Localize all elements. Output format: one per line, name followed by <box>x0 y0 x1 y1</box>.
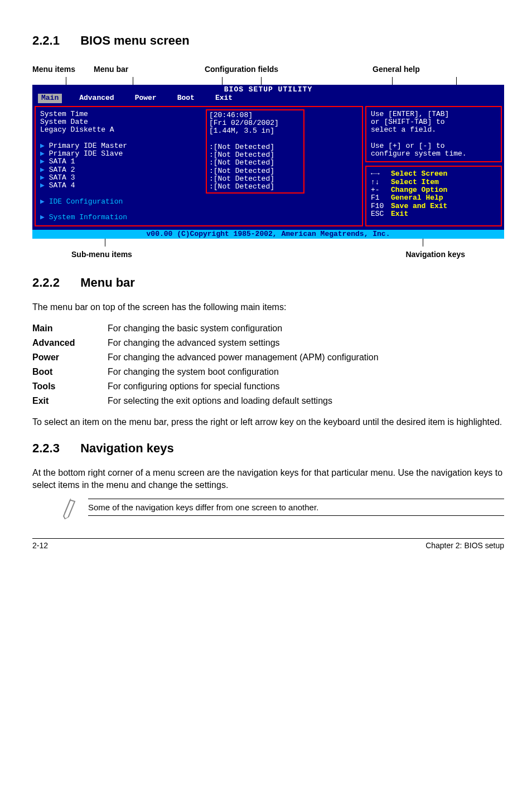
page-footer: 2-12 Chapter 2: BIOS setup <box>32 538 504 550</box>
p-223: At the bottom right corner of a menu scr… <box>32 467 504 491</box>
val-ide-master: :[Not Detected] <box>209 143 301 151</box>
submenu-arrow-icon: ▶ <box>40 142 49 150</box>
val-date: [Fri 02/08/2002] <box>209 119 301 127</box>
item-system-time[interactable]: System Time <box>40 110 357 118</box>
navdesc-change-option: Change Option <box>391 186 447 194</box>
pencil-icon <box>56 495 82 519</box>
annotation-ticks <box>32 77 504 85</box>
desc-main-k: Main <box>32 321 108 336</box>
chapter-title: Chapter 2: BIOS setup <box>425 541 504 550</box>
label-config-fields: Configuration fields <box>161 65 322 74</box>
note-block: Some of the navigation keys differ from … <box>59 499 504 516</box>
desc-exit-k: Exit <box>32 394 108 408</box>
item-system-info[interactable]: System Information <box>49 213 127 221</box>
item-system-date[interactable]: System Date <box>40 118 357 126</box>
bios-tab-power[interactable]: Power <box>132 94 160 103</box>
navdesc-general-help: General Help <box>391 194 443 202</box>
navdesc-select-item: Select Item <box>391 178 439 186</box>
help-line: Use [ENTER], [TAB] <box>371 110 496 118</box>
p-222-intro: The menu bar on top of the screen has th… <box>32 301 504 313</box>
val-time: [20:46:08] <box>209 112 301 119</box>
submenu-arrow-icon: ▶ <box>40 157 49 166</box>
desc-tools-v: For configuring options for special func… <box>108 379 379 394</box>
bios-copyright: v00.00 (C)Copyright 1985-2002, American … <box>32 230 504 239</box>
help-line: configure system time. <box>371 150 496 158</box>
p-222-outro: To select an item on the menu bar, press… <box>32 416 504 428</box>
heading-222-num: 2.2.2 <box>32 276 77 290</box>
desc-advanced-k: Advanced <box>32 336 108 350</box>
bios-menu-items-panel: System Time System Date Legacy Diskette … <box>35 106 363 226</box>
navdesc-exit: Exit <box>391 210 408 218</box>
heading-223-title: Navigation keys <box>80 441 174 455</box>
navdesc-save-exit: Save and Exit <box>391 202 447 210</box>
submenu-arrow-icon: ▶ <box>40 213 49 221</box>
note-text: Some of the navigation keys differ from … <box>88 499 504 516</box>
label-menu-bar: Menu bar <box>94 65 161 74</box>
desc-power-v: For changing the advanced power manageme… <box>108 350 379 365</box>
navkey-plusminus: +- <box>371 186 391 194</box>
desc-boot-v: For changing the system boot configurati… <box>108 365 379 379</box>
bios-tab-boot[interactable]: Boot <box>174 94 198 103</box>
bios-tab-exit[interactable]: Exit <box>212 94 236 103</box>
item-sata4[interactable]: SATA 4 <box>49 181 75 190</box>
navkey-lr: ←→ <box>371 170 391 178</box>
desc-advanced-v: For changing the advanced system setting… <box>108 336 379 350</box>
submenu-arrow-icon: ▶ <box>40 173 49 182</box>
page-number: 2-12 <box>32 541 48 550</box>
navkey-ud: ↑↓ <box>371 178 391 186</box>
desc-exit-v: For selecting the exit options and loadi… <box>108 394 379 408</box>
val-sata4: :[Not Detected] <box>209 183 301 191</box>
item-sata2[interactable]: SATA 2 <box>49 166 75 174</box>
menu-descriptions-table: MainFor changing the basic system config… <box>32 321 379 408</box>
item-primary-ide-master[interactable]: Primary IDE Master <box>49 142 127 150</box>
bios-screenshot: BIOS SETUP UTILITY Main Advanced Power B… <box>32 85 504 239</box>
val-sata2: :[Not Detected] <box>209 167 301 175</box>
navkey-esc: ESC <box>371 210 391 218</box>
heading-221-title: BIOS menu screen <box>80 33 190 47</box>
desc-power-k: Power <box>32 350 108 365</box>
navdesc-select-screen: Select Screen <box>391 170 447 178</box>
bios-tab-main[interactable]: Main <box>38 94 62 103</box>
heading-223-num: 2.2.3 <box>32 441 77 456</box>
bios-config-values: [20:46:08] [Fri 02/08/2002] [1.44M, 3.5 … <box>206 109 304 194</box>
label-nav-keys: Navigation keys <box>268 250 504 259</box>
submenu-arrow-icon: ▶ <box>40 149 49 158</box>
label-submenu-items: Sub-menu items <box>32 250 268 259</box>
submenu-arrow-icon: ▶ <box>40 197 49 206</box>
label-menu-items: Menu items <box>32 65 94 74</box>
desc-tools-k: Tools <box>32 379 108 394</box>
submenu-arrow-icon: ▶ <box>40 181 49 190</box>
heading-222-title: Menu bar <box>80 276 135 289</box>
heading-221: 2.2.1 BIOS menu screen <box>32 33 504 48</box>
help-line: or [SHIFT-TAB] to <box>371 118 496 126</box>
bios-menubar: Main Advanced Power Boot Exit <box>32 94 504 104</box>
item-sata1[interactable]: SATA 1 <box>49 157 75 166</box>
navkey-f1: F1 <box>371 194 391 202</box>
annotation-labels-bottom: Sub-menu items Navigation keys <box>32 250 504 259</box>
item-primary-ide-slave[interactable]: Primary IDE Slave <box>49 149 123 158</box>
heading-221-num: 2.2.1 <box>32 33 77 48</box>
label-general-help: General help <box>322 65 504 74</box>
bios-tab-advanced[interactable]: Advanced <box>76 94 117 103</box>
val-sata3: :[Not Detected] <box>209 175 301 183</box>
submenu-arrow-icon: ▶ <box>40 166 49 174</box>
heading-223: 2.2.3 Navigation keys <box>32 441 504 456</box>
bios-title: BIOS SETUP UTILITY <box>32 85 504 94</box>
bios-help-panel: Use [ENTER], [TAB] or [SHIFT-TAB] to sel… <box>365 106 502 163</box>
annotation-ticks-bottom <box>32 239 504 247</box>
help-line: select a field. <box>371 126 496 134</box>
item-sata3[interactable]: SATA 3 <box>49 173 75 182</box>
item-ide-config[interactable]: IDE Configuration <box>49 197 123 206</box>
bios-nav-keys-panel: ←→Select Screen ↑↓Select Item +-Change O… <box>365 166 502 226</box>
val-ide-slave: :[Not Detected] <box>209 151 301 159</box>
item-legacy-diskette[interactable]: Legacy Diskette A <box>40 126 357 134</box>
heading-222: 2.2.2 Menu bar <box>32 276 504 290</box>
navkey-f10: F10 <box>371 202 391 210</box>
val-sata1: :[Not Detected] <box>209 159 301 167</box>
help-line: Use [+] or [-] to <box>371 142 496 150</box>
val-diskette: [1.44M, 3.5 in] <box>209 127 301 135</box>
desc-main-v: For changing the basic system configurat… <box>108 321 379 336</box>
annotation-labels-top: Menu items Menu bar Configuration fields… <box>32 65 504 74</box>
desc-boot-k: Boot <box>32 365 108 379</box>
